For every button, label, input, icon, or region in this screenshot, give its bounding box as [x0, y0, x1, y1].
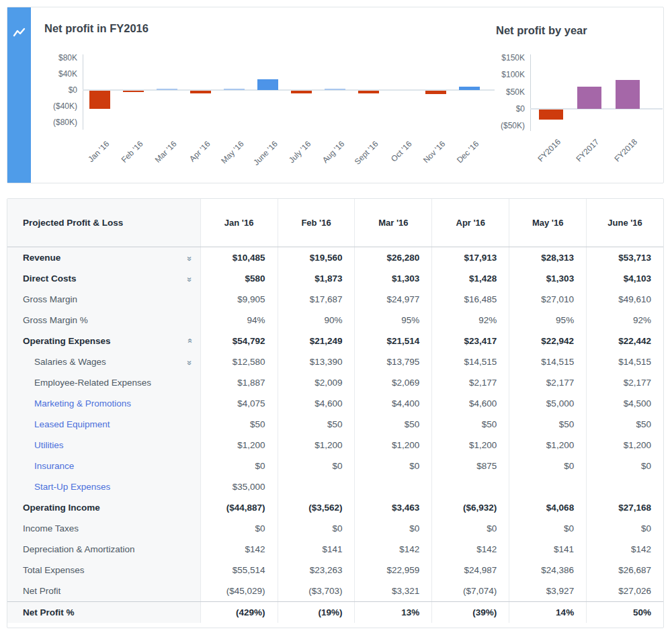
- x-tick-label: Aug '16: [321, 139, 346, 165]
- cell-value: $27,026: [586, 581, 663, 601]
- cell-value: $141: [509, 539, 586, 560]
- table-row: Net Profit($45,029)($3,703)$3,321($7,074…: [7, 581, 663, 601]
- bar-feb-16[interactable]: [123, 91, 144, 92]
- row-label: Revenue»: [7, 247, 200, 268]
- cell-value: $580: [200, 268, 278, 289]
- cell-value: (39%): [431, 602, 509, 623]
- cell-value: [278, 476, 355, 497]
- cell-value: $17,913: [431, 247, 509, 268]
- column-header: Mar '16: [354, 199, 431, 247]
- table-row: Revenue»$10,485$19,560$26,280$17,913$28,…: [7, 247, 663, 268]
- row-label-text: Employee-Related Expenses: [34, 378, 151, 388]
- x-tick-label: Nov '16: [421, 139, 447, 165]
- row-label-text: Gross Margin %: [23, 315, 88, 325]
- cell-value: $0: [354, 518, 431, 539]
- x-tick-label: May '16: [219, 139, 245, 165]
- cell-value: $0: [586, 518, 663, 539]
- row-label: Total Expenses: [7, 560, 200, 581]
- cell-value: ($45,029): [200, 581, 278, 601]
- cell-value: $3,927: [509, 581, 586, 601]
- table-row: Employee-Related Expenses$1,887$2,009$2,…: [7, 372, 663, 393]
- bar-nov-16[interactable]: [425, 91, 446, 94]
- cell-value: $4,103: [586, 268, 663, 289]
- cell-value: $3,463: [354, 497, 431, 518]
- cell-value: $27,010: [509, 289, 586, 310]
- column-header: Apr '16: [431, 199, 509, 247]
- cell-value: $5,000: [509, 393, 586, 414]
- cell-value: $1,887: [200, 372, 278, 393]
- cell-value: $1,873: [278, 268, 355, 289]
- x-tick-label: FY2016: [536, 137, 562, 164]
- bar-aug-16[interactable]: [325, 89, 345, 90]
- cell-value: 90%: [278, 310, 355, 331]
- cell-value: 14%: [509, 602, 586, 623]
- cell-value: $22,442: [586, 331, 663, 351]
- cell-value: $3,321: [354, 581, 431, 601]
- row-label: Employee-Related Expenses: [7, 372, 200, 393]
- table-row: Total Expenses$55,514$23,263$22,959$24,9…: [7, 560, 663, 581]
- x-tick-label: FY2018: [612, 137, 639, 164]
- cell-value: 13%: [354, 602, 431, 623]
- chart-title: Net profit by year: [496, 24, 587, 37]
- cell-value: $50: [354, 414, 431, 435]
- cell-value: $0: [586, 456, 663, 476]
- cell-value: $0: [278, 456, 355, 476]
- row-label-text: Income Taxes: [23, 523, 79, 533]
- table-row: Utilities$1,200$1,200$1,200$1,200$1,200$…: [7, 435, 663, 456]
- accent-strip: [7, 7, 31, 183]
- cell-value: $14,515: [586, 351, 663, 372]
- cell-value: $875: [431, 456, 509, 476]
- row-label: Gross Margin %: [7, 310, 200, 331]
- y-tick-label: ($50K): [478, 120, 525, 131]
- cell-value: $55,514: [200, 560, 278, 581]
- cell-value: $50: [586, 414, 663, 435]
- bar-sept-16[interactable]: [358, 91, 379, 93]
- table-row: Direct Costs»$580$1,873$1,303$1,428$1,30…: [7, 268, 663, 289]
- cell-value: $1,200: [509, 435, 586, 456]
- row-label[interactable]: Insurance: [7, 456, 200, 476]
- bar-may-16[interactable]: [224, 89, 245, 90]
- row-label: Depreciation & Amortization: [7, 539, 200, 560]
- cell-value: $2,177: [586, 372, 663, 393]
- table-row: Depreciation & Amortization$142$141$142$…: [7, 539, 663, 560]
- cell-value: $1,200: [354, 435, 431, 456]
- row-label[interactable]: Marketing & Promotions: [7, 393, 200, 414]
- cell-value: $4,068: [509, 497, 586, 518]
- bar-july-16[interactable]: [291, 91, 312, 93]
- bar-june-16[interactable]: [257, 79, 278, 90]
- bar-jan-16[interactable]: [89, 91, 110, 109]
- cell-value: ($3,562): [278, 497, 355, 518]
- x-tick-label: Apr '16: [187, 139, 212, 164]
- cell-value: $27,168: [586, 497, 663, 518]
- y-tick-label: $0: [30, 85, 77, 95]
- charts-card: Net profit in FY2016 Net profit by year …: [7, 7, 664, 183]
- cell-value: $142: [354, 539, 431, 560]
- x-tick-label: July '16: [287, 139, 312, 165]
- bar-dec-16[interactable]: [459, 87, 480, 90]
- bar-fy2017[interactable]: [577, 87, 601, 109]
- cell-value: 95%: [509, 310, 586, 331]
- cell-value: $0: [354, 456, 431, 476]
- cell-value: $2,069: [354, 372, 431, 393]
- bar-apr-16[interactable]: [190, 91, 211, 93]
- cell-value: $2,177: [431, 372, 509, 393]
- profit-loss-table: Projected Profit & LossJan '16Feb '16Mar…: [7, 198, 664, 628]
- row-label: Net Profit: [7, 581, 200, 601]
- table-row: Salaries & Wages»$12,580$13,390$13,795$1…: [7, 351, 663, 372]
- cell-value: $1,200: [278, 435, 355, 456]
- row-label-text: Start-Up Expenses: [34, 482, 110, 492]
- row-label[interactable]: Start-Up Expenses: [7, 476, 200, 497]
- cell-value: $1,200: [586, 435, 663, 456]
- x-tick-label: Mar '16: [153, 139, 179, 165]
- row-label-text: Insurance: [34, 461, 74, 471]
- bar-mar-16[interactable]: [157, 89, 177, 90]
- line-chart-icon: [13, 28, 26, 40]
- row-label-text: Gross Margin: [23, 294, 77, 304]
- bar-fy2018[interactable]: [616, 80, 640, 109]
- bar-fy2016[interactable]: [539, 110, 563, 120]
- cell-value: $53,713: [586, 247, 663, 268]
- cell-value: $22,959: [354, 560, 431, 581]
- row-label[interactable]: Leased Equipment: [7, 414, 200, 435]
- y-tick-label: ($80K): [30, 117, 77, 128]
- row-label[interactable]: Utilities: [7, 435, 200, 456]
